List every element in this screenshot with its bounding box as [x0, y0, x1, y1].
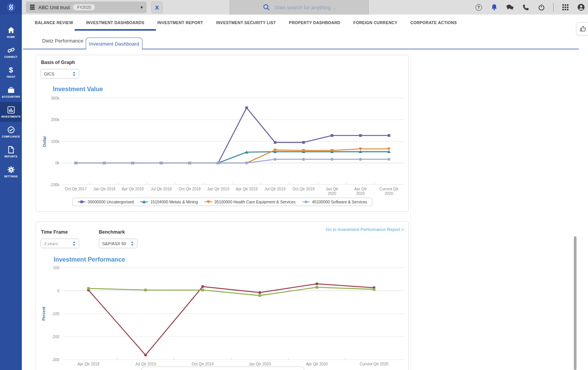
svg-text:Jan Qtr 2019: Jan Qtr 2019: [207, 187, 229, 191]
legend-label: 35100000 Health Care Equipment & Service…: [214, 200, 296, 204]
tab-investment-report[interactable]: INVESTMENT REPORT: [156, 15, 204, 31]
excel-export-button[interactable]: X: [151, 2, 163, 13]
search-input[interactable]: [274, 4, 359, 11]
scrollbar-thumb[interactable]: [574, 236, 577, 370]
bar-chart-icon: [7, 106, 15, 114]
svg-text:Dollar: Dollar: [42, 136, 47, 147]
legend-item-health-care[interactable]: 35100000 Health Care Equipment & Service…: [204, 200, 296, 204]
basis-of-graph-select[interactable]: GICS: [41, 69, 79, 79]
svg-text:Apr Qtr 2020: Apr Qtr 2020: [306, 362, 328, 366]
connect-icon: [7, 46, 15, 54]
legend-marker: [140, 200, 149, 204]
legend-item-software-services[interactable]: 45100000 Software & Services: [302, 200, 367, 204]
sign-out-button[interactable]: [537, 3, 545, 11]
performance-report-link[interactable]: Go to Investment Performance Report >: [326, 227, 404, 232]
svg-text:0: 0: [57, 289, 59, 293]
briefcase-icon: [7, 86, 15, 94]
legend-marker: [77, 200, 86, 204]
home-icon: [7, 26, 15, 34]
tab-foreign-currency[interactable]: FOREIGN CURRENCY: [352, 15, 399, 31]
sidebar-item-label: TRUST: [7, 75, 16, 78]
svg-text:Oct Qtr 2019: Oct Qtr 2019: [292, 187, 315, 191]
svg-text:Jul Qtr 2019: Jul Qtr 2019: [265, 187, 286, 191]
period-badge: FY2020: [73, 4, 95, 10]
topbar: ABC Unit trust FY2020 ▾ X ?: [22, 0, 588, 15]
caret-down-icon: ▾: [140, 5, 143, 10]
dollar-icon: $: [9, 66, 13, 74]
excel-icon: X: [155, 4, 159, 11]
legend-label: 45100000 Software & Services: [312, 200, 367, 204]
basis-of-graph-label: Basis of Graph: [41, 60, 75, 65]
investment-performance-panel: Time Frame 3 years Benchmark S&P/ASX 50 …: [36, 221, 409, 370]
stepper-icon: [131, 241, 134, 246]
tab-investment-security-list[interactable]: INVESTMENT SECURITY LIST: [214, 15, 277, 31]
sidebar-item-compliance[interactable]: COMPLIANCE: [0, 122, 22, 142]
document-icon: [8, 146, 14, 154]
sidebar-item-investments[interactable]: INVESTMENTS: [0, 102, 22, 122]
search-icon: [263, 4, 270, 11]
chart-title: Investment Value: [53, 86, 103, 93]
sidebar-item-settings[interactable]: SETTINGS: [0, 162, 22, 182]
sidebar-item-label: HOME: [7, 36, 15, 38]
topbar-icons: ?: [475, 0, 585, 15]
sidebar-item-label: INVESTMENTS: [1, 115, 21, 118]
investment-performance-chart[interactable]: 1000-100-200-300Apr Qtr 2019Jul Qtr 2019…: [36, 265, 409, 369]
phone-button[interactable]: [522, 3, 529, 11]
sidebar-item-label: REPORTS: [4, 155, 17, 158]
svg-text:-300: -300: [52, 358, 59, 362]
time-frame-value: 3 years: [44, 241, 58, 246]
sidebar-item-reports[interactable]: REPORTS: [0, 142, 22, 162]
svg-text:Oct Qtr 2019: Oct Qtr 2019: [192, 362, 214, 366]
search-bar[interactable]: [230, 0, 369, 15]
help-button[interactable]: ?: [475, 3, 482, 11]
tab-investment-dashboards[interactable]: INVESTMENT DASHBOARDS: [85, 15, 146, 31]
tab-investment-dashboard[interactable]: Investment Dashboard: [86, 38, 142, 49]
gear-icon: [7, 166, 15, 174]
tab-property-dashboard[interactable]: PROPERTY DASHBOARD: [287, 15, 342, 31]
svg-text:Percent: Percent: [42, 306, 46, 321]
sidebar-item-trust[interactable]: $ TRUST: [0, 62, 22, 82]
app-logo[interactable]: [0, 0, 22, 15]
investment-value-chart[interactable]: 300k200k100k0k-100kOct Qtr 2017Jan Qtr 2…: [36, 93, 409, 198]
legend-marker: [204, 200, 212, 204]
tab-balance-review[interactable]: BALANCE REVIEW: [33, 15, 75, 31]
entity-selector[interactable]: ABC Unit trust FY2020 ▾: [26, 2, 147, 13]
sidebar-item-connect[interactable]: CONNECT: [0, 42, 22, 62]
feedback-button[interactable]: [576, 22, 588, 35]
time-frame-select[interactable]: 3 years: [41, 239, 79, 248]
check-circle-icon: [7, 126, 15, 134]
sidebar: HOME CONNECT $ TRUST ACCOUNTING: [0, 0, 22, 370]
svg-text:Jan Qtr2020: Jan Qtr2020: [326, 187, 338, 196]
legend-item-uncategorised[interactable]: 00000000 Uncatergorised: [77, 200, 134, 204]
module-tabs: BALANCE REVIEW INVESTMENT DASHBOARDS INV…: [22, 15, 588, 31]
benchmark-select[interactable]: S&P/ASX 50: [99, 239, 137, 248]
legend-label: 00000000 Uncatergorised: [88, 200, 134, 204]
account-button[interactable]: [577, 3, 585, 11]
tab-corporate-actions[interactable]: CORPORATE ACTIONS: [409, 15, 458, 31]
bell-icon: [491, 4, 498, 11]
legend-marker: [302, 200, 310, 204]
grid-icon: [562, 4, 568, 10]
app-logo-icon: [6, 2, 16, 12]
benchmark-value: S&P/ASX 50: [102, 241, 126, 246]
help-icon: ?: [475, 4, 482, 11]
legend-label: 15104000 Metals & Mining: [150, 200, 198, 204]
content-divider: [410, 55, 411, 370]
tab-dietz-performance[interactable]: Dietz Performance: [42, 38, 83, 44]
svg-text:Apr Qtr2020: Apr Qtr2020: [354, 187, 367, 196]
sidebar-item-label: COMPLIANCE: [2, 135, 20, 138]
svg-text:-100: -100: [52, 312, 59, 316]
messages-button[interactable]: [506, 3, 514, 11]
svg-text:Jan Qtr 2018: Jan Qtr 2018: [93, 187, 115, 191]
svg-text:100: 100: [53, 266, 59, 270]
apps-button[interactable]: [562, 3, 569, 11]
sidebar-item-home[interactable]: HOME: [0, 22, 22, 42]
sidebar-item-label: ACCOUNTING: [2, 95, 20, 98]
sidebar-item-label: SETTINGS: [4, 175, 18, 178]
notifications-button[interactable]: [490, 3, 498, 11]
stepper-icon: [72, 71, 76, 77]
sidebar-item-accounting[interactable]: ACCOUNTING: [0, 82, 22, 102]
svg-text:300k: 300k: [51, 96, 60, 100]
legend-item-metals-mining[interactable]: 15104000 Metals & Mining: [140, 200, 198, 204]
svg-text:Oct Qtr 2017: Oct Qtr 2017: [65, 187, 87, 191]
